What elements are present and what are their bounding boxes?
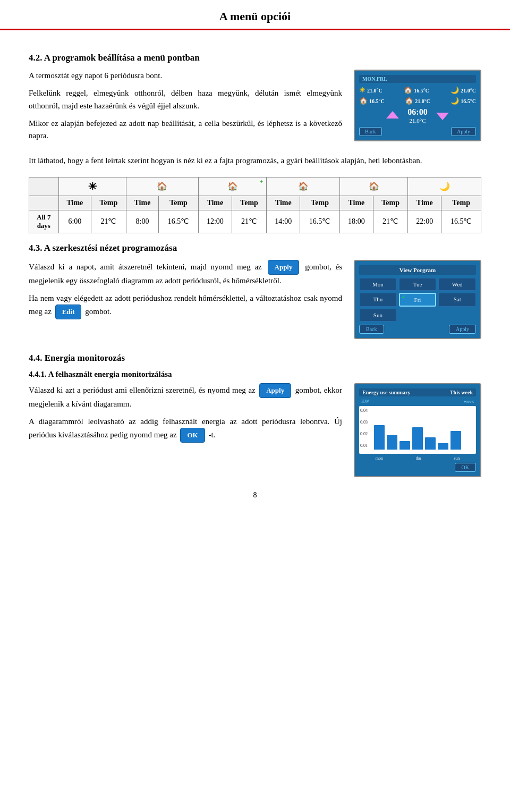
energy-bar-fri [425, 437, 436, 450]
house2-icon: 🏠 [359, 97, 368, 105]
table-cell-temp1: 21℃ [91, 210, 126, 233]
therm-cell-moon2: 🌙 16.5°C [450, 97, 476, 105]
table-cell-temp3: 21℃ [232, 210, 266, 233]
vp-day-fri[interactable]: ✓Fri [399, 293, 437, 307]
table-cell-time4: 14:00 [267, 210, 300, 233]
table-row-label: All 7days [29, 210, 59, 233]
therm-center-temp: 21.0°C [407, 117, 427, 124]
section-44-heading: 4.4. Energia monitorozás [29, 353, 481, 363]
x-label-thu: thu [415, 456, 421, 461]
table-cell-time3: 12:00 [198, 210, 232, 233]
apply-button-inline-43[interactable]: Apply [268, 260, 300, 275]
therm-temp-sun: 21.0°C [367, 88, 382, 94]
therm-cell-house1: 🏠 16.5°C [404, 86, 429, 95]
therm-back-button[interactable]: Back [359, 127, 382, 136]
table-subheader-label [29, 196, 59, 210]
therm-bottom-buttons: Back Apply [359, 127, 476, 136]
vp-title: View Porgram [359, 265, 476, 275]
energy-bottom-row: OK [359, 463, 476, 472]
arrow-down-icon[interactable] [436, 113, 449, 120]
table-row: All 7days 6:00 21℃ 8:00 16.5℃ 12:00 21℃ … [29, 210, 481, 233]
vp-day-sun[interactable]: Sun [359, 309, 397, 322]
page-header: A menü opciói [0, 0, 510, 30]
schedule-table: ☀ 🏠 🏠+ 🏠 🏠 🌙 Time Temp Time Temp Time Te… [29, 177, 481, 233]
vp-day-thu[interactable]: Thu [359, 293, 397, 307]
section-43-para1-text1: Válaszd ki a napot, amit átszeretnél tek… [29, 262, 262, 270]
table-subheader-time6: Time [408, 196, 441, 210]
therm-temp-house2: 16.5°C [369, 98, 385, 104]
moon-icon: 🌙 [450, 86, 459, 95]
page-number: 8 [29, 491, 481, 505]
energy-bar-sat [438, 443, 448, 449]
table-subheader-temp6: Temp [441, 196, 481, 210]
energy-ok-button[interactable]: OK [455, 463, 476, 472]
section-43-content: View Porgram Mon Tue Wed Thu ✓Fri Sat Su… [29, 260, 481, 343]
section-44-para2-text2: -t. [208, 430, 215, 439]
moon2-icon: 🌙 [450, 97, 459, 105]
y-label-1: 0.01 [360, 443, 368, 448]
energy-x-labels: mon thu sun [359, 456, 476, 461]
table-header-house1: 🏠 [126, 177, 198, 196]
therm-temp-house3: 21.0°C [415, 98, 430, 104]
therm-temp-house1: 16.5°C [414, 88, 429, 94]
therm-arrow-down-btn[interactable] [436, 111, 449, 120]
table-subheader-time4: Time [267, 196, 300, 210]
table-header-moon: 🌙 [408, 177, 481, 196]
therm-apply-button[interactable]: Apply [451, 127, 476, 136]
table-subheader-temp4: Temp [300, 196, 340, 210]
energy-bar-tue [387, 435, 397, 450]
page-title: A menü opciói [0, 10, 510, 23]
y-label-4: 0.04 [360, 408, 368, 413]
section-42-heading: 4.2. A programok beállítása a menü pontb… [29, 53, 481, 63]
house3-icon: 🏠 [405, 97, 413, 105]
table-subheader-time1: Time [58, 196, 91, 210]
view-program-display: View Porgram Mon Tue Wed Thu ✓Fri Sat Su… [354, 260, 481, 339]
energy-bar-sun [450, 431, 461, 449]
table-cell-time1: 6:00 [58, 210, 91, 233]
table-header-house4: 🏠 [339, 177, 407, 196]
table-subheader-time2: Time [126, 196, 159, 210]
table-subheader-temp2: Temp [159, 196, 199, 210]
section-44-content: Energy use summary This week KW week 0.0… [29, 383, 481, 481]
therm-arrow-up-btn[interactable] [386, 111, 399, 120]
thermostat-display-1: MON,FRI, ☀ 21.0°C 🏠 16.5°C 🌙 21.0°C [354, 70, 481, 141]
table-cell-time6: 22:00 [408, 210, 441, 233]
vp-back-button[interactable]: Back [359, 325, 384, 334]
apply-button-inline-44[interactable]: Apply [259, 383, 291, 398]
section-42-para4: Itt láthatod, hogy a fent leírtak szerin… [29, 155, 481, 167]
time-value: 06:00 [407, 107, 427, 117]
therm-row-1: ☀ 21.0°C 🏠 16.5°C 🌙 21.0°C [359, 86, 476, 95]
table-header-label [29, 177, 59, 196]
therm-temp-moon2: 16.5°C [461, 98, 476, 104]
energy-title-right: This week [450, 390, 473, 395]
section-42-content: MON,FRI, ☀ 21.0°C 🏠 16.5°C 🌙 21.0°C [29, 70, 481, 147]
energy-kw-label: KW [361, 399, 369, 404]
vp-day-tue[interactable]: Tue [399, 278, 437, 291]
energy-bar-wed [400, 441, 410, 449]
table-cell-temp4: 16.5℃ [300, 210, 340, 233]
table-subheader-temp3: Temp [232, 196, 266, 210]
y-label-3: 0.03 [360, 420, 368, 425]
section-44-para1-text1: Válaszd ki azt a periódust ami ellenőriz… [29, 385, 256, 394]
table-subheader-time3: Time [198, 196, 232, 210]
y-label-2: 0.02 [360, 432, 368, 436]
vp-bottom-buttons: Back Apply [359, 325, 476, 334]
energy-title-left: Energy use summary [362, 390, 411, 395]
therm-title: MON,FRI, [359, 75, 476, 83]
table-header-house2: 🏠+ [198, 177, 266, 196]
table-subheader-temp5: Temp [373, 196, 407, 210]
vp-day-wed[interactable]: Wed [438, 278, 476, 291]
vp-day-sat[interactable]: Sat [438, 293, 476, 307]
ok-button-inline[interactable]: OK [180, 428, 205, 443]
vp-apply-button[interactable]: Apply [449, 325, 476, 334]
arrow-up-icon[interactable] [386, 111, 399, 119]
energy-y-labels: 0.04 0.03 0.02 0.01 [360, 408, 368, 449]
x-label-mon: mon [376, 456, 383, 461]
house-icon: 🏠 [404, 86, 412, 95]
energy-bar-thu [412, 427, 423, 450]
energy-week-label: week [464, 399, 474, 405]
table-cell-temp2: 16.5℃ [159, 210, 199, 233]
section-43-heading: 4.3. A szerkesztési nézet programozása [29, 243, 481, 253]
edit-button-inline[interactable]: Edit [55, 304, 82, 319]
vp-day-mon[interactable]: Mon [359, 278, 397, 291]
